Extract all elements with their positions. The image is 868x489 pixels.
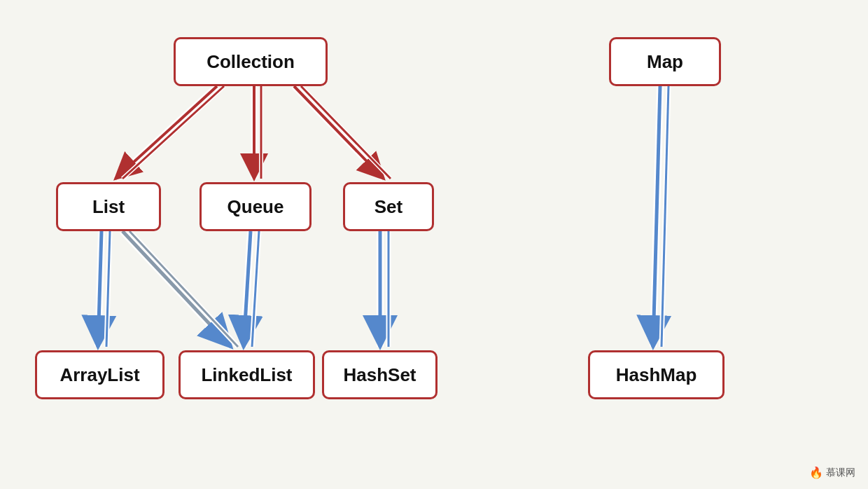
svg-line-31 (662, 86, 668, 347)
set-node: Set (343, 182, 434, 231)
svg-line-16 (106, 231, 110, 347)
svg-line-30 (653, 86, 660, 347)
arraylist-label: ArrayList (59, 364, 139, 386)
hashset-label: HashSet (343, 364, 416, 386)
svg-line-29 (653, 86, 660, 347)
svg-line-21 (244, 231, 251, 347)
svg-line-24 (252, 231, 259, 347)
list-label: List (92, 196, 125, 218)
list-node: List (56, 182, 161, 231)
queue-label: Queue (227, 196, 284, 218)
svg-line-12 (301, 86, 391, 179)
svg-line-14 (98, 231, 102, 347)
svg-line-32 (662, 86, 668, 347)
svg-line-1 (115, 86, 217, 179)
collection-label: Collection (206, 51, 295, 73)
map-label: Map (647, 51, 683, 73)
svg-line-4 (122, 86, 224, 179)
svg-line-3 (122, 86, 224, 179)
watermark: 🔥 慕课网 (809, 466, 855, 479)
watermark-flame-icon: 🔥 (809, 466, 823, 479)
arrows-svg (0, 0, 868, 489)
hashset-node: HashSet (322, 350, 438, 399)
svg-line-9 (294, 86, 384, 179)
svg-line-19 (130, 231, 238, 347)
svg-line-10 (294, 86, 384, 179)
svg-line-13 (98, 231, 102, 347)
linkedlist-node: LinkedList (178, 350, 315, 399)
svg-line-17 (122, 231, 231, 347)
svg-line-15 (106, 231, 110, 347)
svg-line-2 (115, 86, 217, 179)
watermark-text: 慕课网 (826, 467, 855, 479)
collection-node: Collection (174, 37, 328, 86)
svg-line-23 (252, 231, 259, 347)
arraylist-node: ArrayList (35, 350, 164, 399)
queue-node: Queue (200, 182, 312, 231)
svg-line-11 (301, 86, 391, 179)
hashmap-node: HashMap (588, 350, 724, 399)
svg-line-20 (130, 231, 238, 347)
linkedlist-label: LinkedList (201, 364, 292, 386)
svg-line-22 (244, 231, 251, 347)
hashmap-label: HashMap (616, 364, 697, 386)
diagram-container: Collection List Queue Set ArrayList Link… (0, 0, 868, 489)
svg-line-18 (122, 231, 231, 347)
set-label: Set (374, 196, 402, 218)
map-node: Map (609, 37, 721, 86)
